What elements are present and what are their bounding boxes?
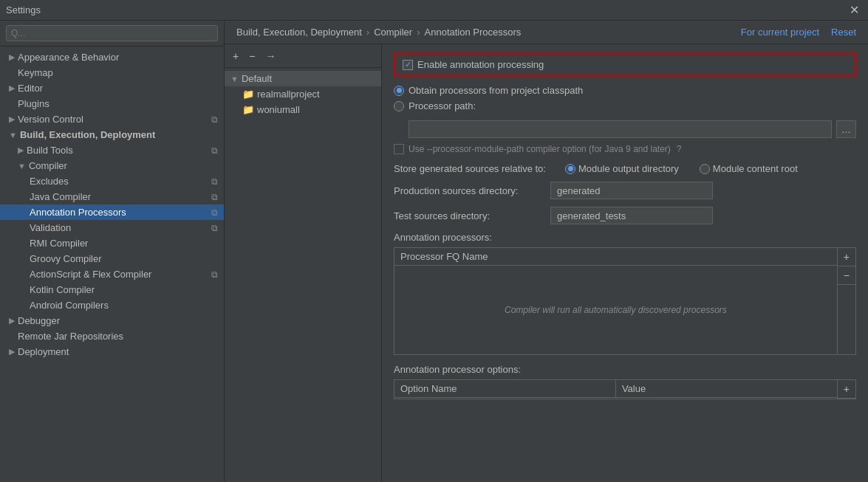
production-sources-input[interactable] xyxy=(550,182,713,199)
title-bar-text: Settings xyxy=(6,4,847,16)
table-col-processor-fq-name: Processor FQ Name xyxy=(394,248,837,265)
obtain-processors-radio[interactable] xyxy=(394,86,404,96)
sidebar-item-groovy-compiler[interactable]: Groovy Compiler xyxy=(0,251,224,266)
obtain-processors-option[interactable]: Obtain processors from project classpath xyxy=(394,85,856,96)
options-table-main: Option Name Value xyxy=(394,380,837,399)
folder-icon: 📁 xyxy=(242,89,254,100)
title-bar: Settings ✕ xyxy=(0,0,868,21)
sidebar-item-keymap[interactable]: Keymap xyxy=(0,65,224,80)
store-generated-label: Store generated sources relative to: xyxy=(394,163,556,174)
value-col: Value xyxy=(616,380,837,397)
breadcrumb-part3: Annotation Processors xyxy=(425,27,522,38)
sidebar-item-plugins[interactable]: Plugins xyxy=(0,96,224,111)
arrow-button[interactable]: → xyxy=(262,49,279,63)
processor-path-radio[interactable] xyxy=(394,101,404,111)
for-current-project-link[interactable]: For current project xyxy=(741,27,819,38)
expand-icon: ▶ xyxy=(18,145,24,155)
options-table-header: Option Name Value xyxy=(394,380,837,398)
breadcrumb-part1: Build, Execution, Deployment xyxy=(236,27,362,38)
sidebar-item-build-tools[interactable]: ▶ Build Tools ⧉ xyxy=(0,142,224,158)
add-processor-button[interactable]: + xyxy=(838,248,855,266)
processor-path-option[interactable]: Processor path: xyxy=(394,100,856,111)
sidebar-item-excludes[interactable]: Excludes ⧉ xyxy=(0,173,224,189)
module-output-option[interactable]: Module output directory xyxy=(565,163,679,174)
expand-icon: ▼ xyxy=(18,162,26,171)
sidebar-item-remote-jar[interactable]: Remote Jar Repositories xyxy=(0,328,224,344)
expand-icon: ▶ xyxy=(9,347,15,357)
sidebar-item-actionscript-compiler[interactable]: ActionScript & Flex Compiler ⧉ xyxy=(0,266,224,282)
test-sources-label: Test sources directory: xyxy=(394,210,541,221)
use-module-path-checkbox[interactable] xyxy=(394,144,404,154)
processor-path-row: … xyxy=(409,120,856,138)
module-output-radio[interactable] xyxy=(565,164,575,174)
module-content-option[interactable]: Module content root xyxy=(700,163,798,174)
table-header: Processor FQ Name xyxy=(394,248,837,266)
sidebar-item-label: Java Compiler xyxy=(30,191,91,202)
annotation-processors-label: Annotation processors: xyxy=(394,232,856,243)
sidebar-item-version-control[interactable]: ▶ Version Control ⧉ xyxy=(0,111,224,127)
breadcrumb: Build, Execution, Deployment › Compiler … xyxy=(225,21,868,44)
folder-item-default[interactable]: ▼ Default xyxy=(225,71,381,86)
add-option-button[interactable]: + xyxy=(838,380,855,399)
sidebar-item-appearance[interactable]: ▶ Appearance & Behavior xyxy=(0,49,224,65)
processor-path-browse-button[interactable]: … xyxy=(836,120,856,138)
settings-panel: ✓ Enable annotation processing Obtain pr… xyxy=(382,44,868,482)
sidebar-item-validation[interactable]: Validation ⧉ xyxy=(0,220,224,235)
module-content-radio[interactable] xyxy=(700,164,710,174)
module-content-label: Module content root xyxy=(713,163,798,174)
production-sources-label: Production sources directory: xyxy=(394,185,541,196)
close-button[interactable]: ✕ xyxy=(847,3,862,17)
sidebar-item-label: Kotlin Compiler xyxy=(30,284,95,295)
annotation-processor-options-label: Annotation processor options: xyxy=(394,364,856,375)
folder-item-woniumall[interactable]: 📁 woniumall xyxy=(225,102,381,117)
breadcrumb-actions: For current project Reset xyxy=(741,27,856,38)
sidebar-item-rmi-compiler[interactable]: RMI Compiler xyxy=(0,235,224,251)
sidebar-item-label: Keymap xyxy=(18,67,53,78)
module-output-label: Module output directory xyxy=(578,163,679,174)
copy-icon: ⧉ xyxy=(211,145,218,156)
sidebar-item-java-compiler[interactable]: Java Compiler ⧉ xyxy=(0,189,224,204)
breadcrumb-part2: Compiler xyxy=(374,27,412,38)
sidebar-item-annotation-processors[interactable]: Annotation Processors ⧉ xyxy=(0,204,224,220)
copy-icon: ⧉ xyxy=(211,207,218,218)
processor-path-input[interactable] xyxy=(409,120,832,138)
sidebar-item-debugger[interactable]: ▶ Debugger xyxy=(0,313,224,328)
sidebar-item-compiler[interactable]: ▼ Compiler xyxy=(0,158,224,173)
folder-panel: + − → ▼ Default 📁 realmallproject xyxy=(225,44,382,482)
test-sources-input[interactable] xyxy=(550,207,713,224)
remove-profile-button[interactable]: − xyxy=(245,49,259,63)
sidebar-item-android-compilers[interactable]: Android Compilers xyxy=(0,297,224,313)
enable-annotation-checkbox[interactable]: ✓ xyxy=(403,60,413,70)
copy-icon: ⧉ xyxy=(211,223,218,233)
option-name-col: Option Name xyxy=(394,380,616,397)
breadcrumb-sep2: › xyxy=(417,27,420,38)
use-module-path-row: Use --processor-module-path compiler opt… xyxy=(394,144,856,154)
use-module-path-label: Use --processor-module-path compiler opt… xyxy=(409,144,671,154)
folder-item-realmall[interactable]: 📁 realmallproject xyxy=(225,86,381,102)
sidebar-item-label: Annotation Processors xyxy=(30,207,126,218)
reset-link[interactable]: Reset xyxy=(831,27,856,38)
sidebar-item-label: Version Control xyxy=(18,114,83,125)
sidebar-item-deployment[interactable]: ▶ Deployment xyxy=(0,344,224,359)
sidebar-item-kotlin-compiler[interactable]: Kotlin Compiler xyxy=(0,282,224,297)
annotation-processor-options-table: Option Name Value + xyxy=(394,379,856,399)
sidebar-item-label: Plugins xyxy=(18,98,49,109)
sidebar-item-label: Build Tools xyxy=(27,145,73,156)
search-input[interactable] xyxy=(6,25,218,41)
copy-icon: ⧉ xyxy=(211,176,218,187)
remove-processor-button[interactable]: − xyxy=(838,266,855,285)
folder-tree: ▼ Default 📁 realmallproject 📁 woniumall xyxy=(225,68,381,482)
sidebar-item-label: Debugger xyxy=(18,315,60,326)
folder-item-label: realmallproject xyxy=(257,89,320,100)
enable-annotation-label[interactable]: ✓ Enable annotation processing xyxy=(403,59,544,70)
expand-icon: ▶ xyxy=(9,52,15,62)
right-panel: Build, Execution, Deployment › Compiler … xyxy=(225,21,868,482)
enable-annotation-row: ✓ Enable annotation processing xyxy=(394,53,856,76)
add-profile-button[interactable]: + xyxy=(229,49,242,63)
copy-icon: ⧉ xyxy=(211,192,218,202)
sidebar-item-label: Editor xyxy=(18,83,43,94)
table-body: Compiler will run all automatically disc… xyxy=(394,266,837,354)
help-icon[interactable]: ? xyxy=(677,144,682,154)
sidebar-item-editor[interactable]: ▶ Editor xyxy=(0,80,224,96)
sidebar-item-build-exec[interactable]: ▼ Build, Execution, Deployment xyxy=(0,127,224,142)
